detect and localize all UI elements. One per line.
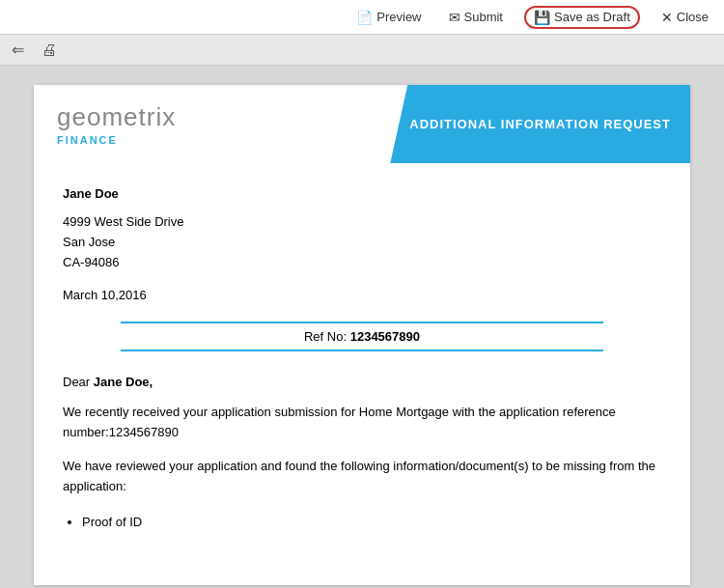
- preview-button[interactable]: 📄 Preview: [350, 8, 427, 27]
- logo-area: geometrix FINANCE: [34, 85, 390, 163]
- address-line2: San Jose: [63, 233, 661, 253]
- document: geometrix FINANCE ADDITIONAL INFORMATION…: [34, 85, 690, 585]
- close-icon: ✕: [661, 10, 673, 25]
- print-button[interactable]: 🖨: [38, 40, 61, 61]
- preview-label: Preview: [376, 10, 421, 24]
- save-draft-button[interactable]: 💾 Save as Draft: [524, 6, 640, 29]
- logo-text-main: geometrix: [57, 102, 176, 131]
- document-title: ADDITIONAL INFORMATION REQUEST: [390, 85, 690, 163]
- secondary-toolbar: ⇐ 🖨: [0, 35, 724, 66]
- close-label: Close: [677, 10, 709, 24]
- document-area: geometrix FINANCE ADDITIONAL INFORMATION…: [0, 66, 724, 588]
- address-line1: 4999 West Side Drive: [63, 212, 661, 233]
- paragraph-1: We recently received your application su…: [63, 403, 661, 443]
- salutation: Dear Jane Doe,: [63, 375, 661, 389]
- back-icon: ⇐: [12, 42, 24, 58]
- letter-date: March 10,2016: [63, 288, 661, 302]
- submit-icon: ✉: [449, 10, 460, 25]
- bullet-item: Proof of ID: [82, 511, 661, 533]
- print-icon: 🖨: [42, 42, 57, 58]
- ref-box: Ref No: 1234567890: [121, 322, 603, 351]
- back-button[interactable]: ⇐: [8, 39, 28, 61]
- close-button[interactable]: ✕ Close: [655, 8, 714, 27]
- bullet-list: Proof of ID: [82, 511, 661, 533]
- ref-number: 1234567890: [350, 329, 420, 344]
- document-body: Jane Doe 4999 West Side Drive San Jose C…: [34, 163, 690, 556]
- document-header: geometrix FINANCE ADDITIONAL INFORMATION…: [34, 85, 690, 163]
- salutation-name: Jane Doe,: [94, 375, 153, 389]
- submit-button[interactable]: ✉ Submit: [443, 8, 509, 27]
- save-draft-icon: 💾: [534, 10, 550, 25]
- recipient-address: 4999 West Side Drive San Jose CA-94086: [63, 212, 661, 272]
- top-toolbar: 📄 Preview ✉ Submit 💾 Save as Draft ✕ Clo…: [0, 0, 724, 35]
- recipient-name: Jane Doe: [63, 186, 661, 201]
- address-line3: CA-94086: [63, 253, 661, 273]
- paragraph-2: We have reviewed your application and fo…: [63, 457, 661, 497]
- submit-label: Submit: [464, 10, 503, 24]
- logo-name: geometrix: [57, 102, 367, 132]
- preview-icon: 📄: [356, 10, 373, 25]
- save-draft-label: Save as Draft: [554, 10, 630, 24]
- salutation-prefix: Dear: [63, 375, 94, 389]
- logo-subtitle: FINANCE: [57, 134, 367, 146]
- ref-label: Ref No:: [304, 329, 347, 344]
